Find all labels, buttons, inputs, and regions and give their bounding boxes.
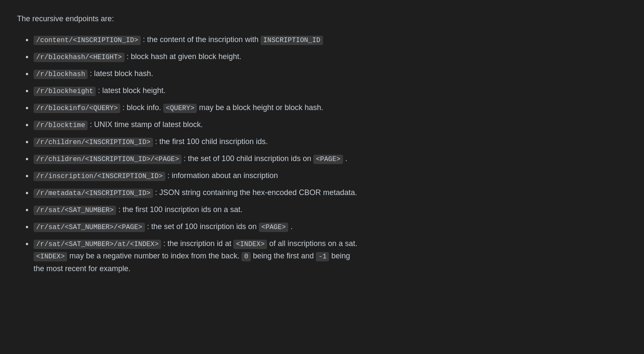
- list-item: /r/metadata/<INSCRIPTION_ID> : JSON stri…: [26, 187, 627, 199]
- inline-code: 0: [241, 252, 251, 261]
- text-fragment: of all inscriptions on a sat.: [267, 239, 357, 248]
- endpoint-list: /content/<INSCRIPTION_ID> : the content …: [17, 34, 627, 275]
- inline-code: /r/blockinfo/<QUERY>: [34, 104, 120, 113]
- text-fragment: : block info.: [120, 103, 163, 112]
- intro-text: The recursive endpoints are:: [17, 13, 627, 25]
- list-item-content: /r/blockheight : latest block height.: [34, 85, 627, 97]
- list-item-content: /r/blockhash : latest block hash.: [34, 68, 627, 80]
- text-fragment: may be a block height or block hash.: [197, 103, 323, 112]
- list-item: /r/blocktime : UNIX time stamp of latest…: [26, 119, 627, 131]
- inline-code: <INDEX>: [34, 252, 67, 261]
- inline-code: -1: [316, 252, 329, 261]
- text-fragment: : the set of 100 inscription ids on: [145, 222, 259, 231]
- list-item-content: /r/children/<INSCRIPTION_ID>/<PAGE> : th…: [34, 153, 627, 165]
- list-item: /content/<INSCRIPTION_ID> : the content …: [26, 34, 627, 46]
- list-item: /r/sat/<SAT_NUMBER>/<PAGE> : the set of …: [26, 221, 627, 233]
- inline-code: /r/sat/<SAT_NUMBER>/at/<INDEX>: [34, 240, 161, 249]
- list-item: /r/blockheight : latest block height.: [26, 85, 627, 97]
- list-item: /r/blockhash : latest block hash.: [26, 68, 627, 80]
- text-fragment: : the content of the inscription with: [141, 35, 261, 44]
- inline-code: <INDEX>: [233, 240, 267, 249]
- list-item: /r/sat/<SAT_NUMBER>/at/<INDEX> : the ins…: [26, 238, 627, 275]
- text-fragment: being: [329, 252, 350, 260]
- inline-code: /r/children/<INSCRIPTION_ID>/<PAGE>: [34, 155, 182, 164]
- inline-code: <QUERY>: [163, 104, 197, 113]
- inline-code: <PAGE>: [313, 155, 343, 164]
- text-fragment: : JSON string containing the hex-encoded…: [153, 188, 357, 197]
- inline-code: /r/inscription/<INSCRIPTION_ID>: [34, 172, 165, 181]
- list-item: /r/blockhash/<HEIGHT> : block hash at gi…: [26, 51, 627, 63]
- text-fragment: .: [343, 154, 347, 163]
- list-item: /r/children/<INSCRIPTION_ID>/<PAGE> : th…: [26, 153, 627, 165]
- text-fragment: : the inscription id at: [161, 239, 233, 248]
- inline-code: /r/blockhash/<HEIGHT>: [34, 53, 125, 62]
- text-fragment: may be a negative number to index from t…: [67, 252, 241, 260]
- text-fragment: : the set of 100 child inscription ids o…: [182, 154, 313, 163]
- text-fragment: : latest block height.: [96, 86, 165, 95]
- list-item-content: /r/blocktime : UNIX time stamp of latest…: [34, 119, 627, 131]
- text-fragment: : information about an inscription: [165, 171, 278, 180]
- text-fragment: : the first 100 inscription ids on a sat…: [116, 205, 242, 214]
- inline-code: <PAGE>: [259, 223, 289, 232]
- text-fragment: : block hash at given block height.: [125, 52, 241, 61]
- list-item-content: /r/blockhash/<HEIGHT> : block hash at gi…: [34, 51, 627, 63]
- list-item: /r/sat/<SAT_NUMBER> : the first 100 insc…: [26, 204, 627, 216]
- list-item-content: /r/inscription/<INSCRIPTION_ID> : inform…: [34, 170, 627, 182]
- list-item-content: /r/blockinfo/<QUERY> : block info. <QUER…: [34, 102, 627, 114]
- inline-code: /r/children/<INSCRIPTION_ID>: [34, 138, 153, 147]
- inline-code: INSCRIPTION_ID: [261, 36, 323, 45]
- inline-code: /r/sat/<SAT_NUMBER>/<PAGE>: [34, 223, 145, 232]
- inline-code: /r/sat/<SAT_NUMBER>: [34, 206, 116, 215]
- list-item-content: /r/sat/<SAT_NUMBER> : the first 100 insc…: [34, 204, 627, 216]
- text-fragment: : the first 100 child inscription ids.: [153, 137, 268, 146]
- inline-code: /r/blockhash: [34, 70, 88, 79]
- text-fragment: : latest block hash.: [88, 69, 153, 78]
- list-item: /r/inscription/<INSCRIPTION_ID> : inform…: [26, 170, 627, 182]
- list-item-content: /r/sat/<SAT_NUMBER>/<PAGE> : the set of …: [34, 221, 627, 233]
- text-fragment: : UNIX time stamp of latest block.: [88, 120, 203, 129]
- inline-code: /content/<INSCRIPTION_ID>: [34, 36, 141, 45]
- inline-code: /r/blocktime: [34, 121, 88, 130]
- list-item: /r/children/<INSCRIPTION_ID> : the first…: [26, 136, 627, 148]
- list-item-content: /r/sat/<SAT_NUMBER>/at/<INDEX> : the ins…: [34, 238, 627, 275]
- list-item-content: /r/children/<INSCRIPTION_ID> : the first…: [34, 136, 627, 148]
- text-fragment: the most recent for example.: [34, 264, 131, 273]
- inline-code: /r/metadata/<INSCRIPTION_ID>: [34, 189, 153, 198]
- list-item-content: /r/metadata/<INSCRIPTION_ID> : JSON stri…: [34, 187, 627, 199]
- list-item-content: /content/<INSCRIPTION_ID> : the content …: [34, 34, 627, 46]
- text-fragment: .: [288, 222, 292, 231]
- text-fragment: being the first and: [251, 252, 316, 260]
- inline-code: /r/blockheight: [34, 87, 96, 96]
- list-item: /r/blockinfo/<QUERY> : block info. <QUER…: [26, 102, 627, 114]
